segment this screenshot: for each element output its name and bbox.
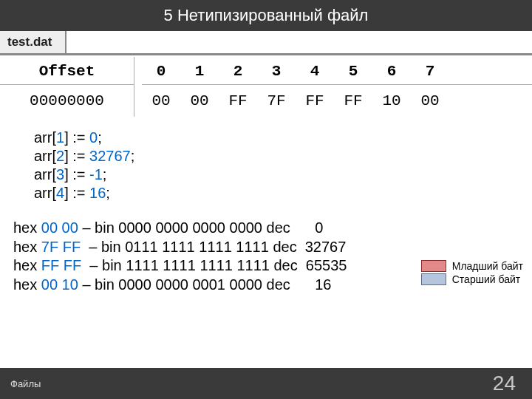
code-line: arr[4] := 16; [34, 184, 532, 202]
hex-col-4: 4 [296, 63, 334, 80]
hex-byte: FF [219, 92, 257, 109]
offset-header: Offset [0, 57, 134, 85]
legend: Младший байт Старший байт [421, 260, 523, 287]
file-header: test.dat [0, 31, 532, 55]
hex-col-7: 7 [411, 63, 449, 80]
hex-byte: 00 [411, 92, 449, 109]
hex-col-1: 1 [180, 63, 219, 80]
code-line: arr[1] := 0; [34, 129, 532, 147]
conversion-line: hex 7F FF – bin 0111 1111 1111 1111 dec … [13, 238, 532, 257]
hex-byte: 00 [180, 92, 219, 109]
legend-low-byte: Младший байт [421, 260, 523, 272]
legend-low-label: Младший байт [452, 260, 523, 272]
hex-byte: FF [334, 92, 372, 109]
hex-byte: 00 [142, 92, 180, 109]
hex-col-3: 3 [257, 63, 296, 80]
hex-col-2: 2 [219, 63, 257, 80]
legend-high-label: Старший байт [452, 273, 520, 285]
legend-swatch-red [421, 260, 446, 272]
hex-col-0: 0 [142, 63, 180, 80]
legend-high-byte: Старший байт [421, 273, 523, 285]
hex-byte: 7F [257, 92, 296, 109]
slide-title: 5 Нетипизированный файл [0, 0, 532, 31]
hex-byte: 10 [372, 92, 411, 109]
footer: Файлы 24 [0, 368, 532, 399]
code-block: arr[1] := 0; arr[2] := 32767; arr[3] := … [0, 117, 532, 202]
page-number: 24 [493, 372, 516, 395]
conversion-line: hex 00 00 – bin 0000 0000 0000 0000 dec … [13, 219, 532, 238]
offset-value: 00000000 [0, 85, 134, 117]
hex-col-6: 6 [372, 63, 411, 80]
hex-col-5: 5 [334, 63, 372, 80]
hex-byte: FF [296, 92, 334, 109]
file-tab: test.dat [0, 31, 66, 55]
code-line: arr[2] := 32767; [34, 147, 532, 166]
legend-swatch-blue [421, 273, 446, 285]
hex-column-headers: 0 1 2 3 4 5 6 7 [142, 57, 532, 85]
code-line: arr[3] := -1; [34, 166, 532, 184]
file-header-space [66, 31, 532, 55]
hex-bytes-row: 00 00 FF 7F FF FF 10 00 [142, 85, 532, 117]
hex-dump: Offset 00000000 0 1 2 3 4 5 6 7 00 00 FF… [0, 55, 532, 117]
footer-left: Файлы [10, 378, 41, 389]
